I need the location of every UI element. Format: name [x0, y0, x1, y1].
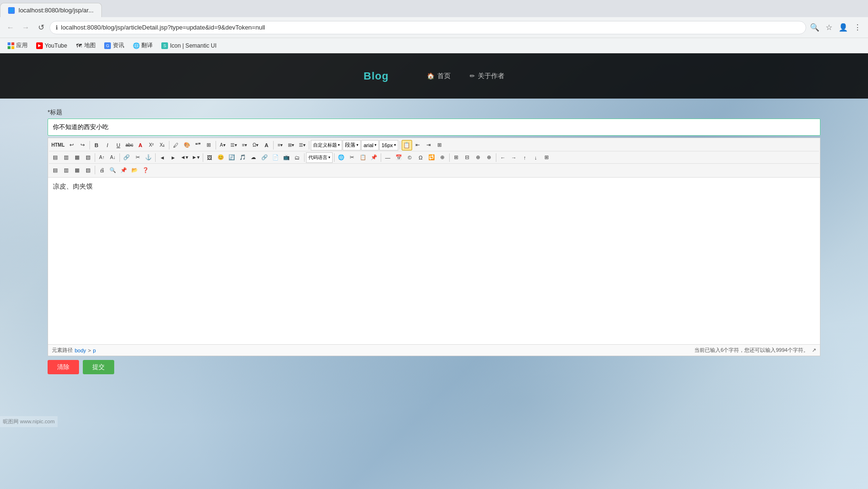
tb-aligncenter-btn[interactable]: ▥ [61, 152, 71, 163]
tb-bold-btn[interactable]: B [91, 140, 102, 150]
forward-button[interactable]: → [19, 21, 32, 34]
tb-repeat-btn[interactable]: 🔁 [426, 152, 437, 163]
bookmark-news[interactable]: G 资讯 [100, 40, 128, 51]
tb-italic-btn[interactable]: I [102, 140, 113, 150]
tb-customtitle-select[interactable]: 自定义标题▾ [311, 140, 342, 150]
tb-merge-btn[interactable]: ⊞ [542, 152, 552, 163]
tb-audio-btn[interactable]: 🎵 [237, 152, 248, 163]
tb-char-btn[interactable]: A [261, 140, 272, 150]
tb-paste-btn[interactable]: 📋 [402, 140, 412, 150]
account-icon-btn[interactable]: 👤 [837, 21, 850, 34]
search-icon-btn[interactable]: 🔍 [808, 21, 821, 34]
statusbar-path-p[interactable]: p [93, 348, 96, 353]
tb-up-btn[interactable]: ↑ [520, 152, 530, 163]
tb-video-btn[interactable]: 📺 [281, 152, 292, 163]
tb-special-btn[interactable]: Ω▾ [250, 140, 261, 150]
tb-alignright-btn[interactable]: ▦ [72, 152, 82, 163]
tb-copyright-btn[interactable]: © [404, 152, 415, 163]
tb-print-btn[interactable]: 🖨 [97, 165, 107, 175]
tb-font-select[interactable]: arial▾ [361, 140, 379, 150]
tb-prev-btn[interactable]: ← [498, 152, 508, 163]
tb-image-btn[interactable]: 🖼 [205, 152, 215, 163]
tb-justify-btn[interactable]: ▧ [83, 152, 93, 163]
tb-anchor-btn[interactable]: ⚓ [143, 152, 154, 163]
tb-moveright-btn[interactable]: ►▾ [190, 152, 201, 163]
tb-lineheight-btn[interactable]: ☰▾ [228, 140, 239, 150]
back-button[interactable]: ← [4, 21, 17, 34]
tb-special2-btn[interactable]: Ω [415, 152, 426, 163]
tb-date-btn[interactable]: 📅 [394, 152, 404, 163]
tb-indent2-btn[interactable]: ⇥ [424, 140, 434, 150]
tb-next-btn[interactable]: → [509, 152, 519, 163]
tb-align-btn[interactable]: ≡▾ [275, 140, 286, 150]
tb-fontsize-btn[interactable]: A▾ [217, 140, 228, 150]
tb-indent-btn[interactable]: ⊞▾ [286, 140, 296, 150]
tb-paste2-btn[interactable]: 📌 [369, 152, 379, 163]
resize-handle[interactable]: ↗ [812, 347, 816, 353]
tb-increasefont-btn[interactable]: A↑ [97, 152, 107, 163]
tb-redo-btn[interactable]: ↪ [78, 140, 88, 150]
tb-media-btn[interactable]: 🔄 [227, 152, 237, 163]
tb-paragraph-select[interactable]: 段落▾ [343, 140, 361, 150]
tb-moveleft-btn[interactable]: ◄▾ [179, 152, 190, 163]
tb-pin-btn[interactable]: 📌 [118, 165, 129, 175]
editor-body[interactable]: 凉皮、肉夹馍 [48, 178, 820, 344]
tb-template-btn[interactable]: 🌐 [336, 152, 346, 163]
tb-bgcolor-btn[interactable]: 🎨 [182, 140, 192, 150]
tb-find-btn[interactable]: 🔍 [108, 165, 118, 175]
tb-subscript-btn[interactable]: X₂ [157, 140, 168, 150]
tb-blockquote-btn[interactable]: ❝❞ [193, 140, 203, 150]
tb-format4-btn[interactable]: ▧ [83, 165, 93, 175]
menu-icon-btn[interactable]: ⋮ [851, 21, 864, 34]
tb-down-btn[interactable]: ↓ [531, 152, 541, 163]
tb-decreasefont-btn[interactable]: A↓ [108, 152, 118, 163]
tb-html-btn[interactable]: HTML [50, 140, 66, 150]
bookmark-semantic[interactable]: S Icon | Semantic UI [158, 40, 220, 51]
tb-format-btn[interactable]: ☰▾ [297, 140, 307, 150]
tb-help-btn[interactable]: ❓ [140, 165, 151, 175]
tb-addcol-btn[interactable]: ⊕ [484, 152, 494, 163]
tb-fontsize-select[interactable]: 16px▾ [379, 140, 398, 150]
tb-highlight-btn[interactable]: 🖊 [171, 140, 181, 150]
bookmark-maps[interactable]: 🗺 地图 [72, 40, 99, 51]
tb-list-btn[interactable]: ≡▾ [239, 140, 250, 150]
title-input[interactable] [48, 119, 820, 136]
tb-superscript-btn[interactable]: X² [146, 140, 157, 150]
tb-outdent-btn[interactable]: ⇤ [413, 140, 423, 150]
tb-alignleft-btn[interactable]: ▤ [50, 152, 60, 163]
tb-format2-btn[interactable]: ▥ [61, 165, 71, 175]
bookmark-youtube[interactable]: ▶ YouTube [32, 40, 71, 51]
tb-unlink-btn[interactable]: ✂ [132, 152, 143, 163]
clear-button[interactable]: 清除 [48, 360, 79, 374]
address-bar[interactable]: ℹ localhost:8080/blog/jsp/articleDetail.… [49, 21, 806, 34]
tb-doc-btn[interactable]: 📄 [270, 152, 281, 163]
tb-link-btn[interactable]: 🔗 [121, 152, 132, 163]
bookmark-icon-btn[interactable]: ☆ [822, 21, 836, 34]
tb-folder-btn[interactable]: 📂 [129, 165, 140, 175]
tb-emoji-btn[interactable]: 😊 [216, 152, 226, 163]
tb-moveup-btn[interactable]: ◄ [157, 152, 168, 163]
tb-cut-btn[interactable]: ✂ [347, 152, 357, 163]
tb-codelang-select[interactable]: 代码语言▾ [306, 152, 333, 163]
tb-undo-btn[interactable]: ↩ [67, 140, 77, 150]
active-tab[interactable]: 🌐 localhost:8080/blog/jsp/ar... [0, 3, 102, 17]
reload-button[interactable]: ↺ [34, 21, 48, 34]
tb-strikethrough-btn[interactable]: abc [124, 140, 135, 150]
tb-fontcolor-btn[interactable]: A [135, 140, 146, 150]
tb-cloud-btn[interactable]: ☁ [248, 152, 259, 163]
tb-table-btn[interactable]: ⊞ [451, 152, 462, 163]
submit-button[interactable]: 提交 [83, 360, 114, 374]
nav-about-link[interactable]: ✏ 关于作者 [470, 72, 504, 80]
tb-format1-btn[interactable]: ▤ [50, 165, 60, 175]
tb-hyperlink-btn[interactable]: 🔗 [259, 152, 270, 163]
tb-insert-btn[interactable]: ⊞ [204, 140, 214, 150]
tb-deltable-btn[interactable]: ⊟ [462, 152, 473, 163]
tb-hr-btn[interactable]: — [383, 152, 393, 163]
bookmark-translate[interactable]: 🌐 翻译 [129, 40, 157, 51]
tb-underline-btn[interactable]: U [113, 140, 124, 150]
statusbar-path-body[interactable]: body [75, 348, 86, 353]
tb-fullscreen-btn[interactable]: ⊞ [434, 140, 445, 150]
tb-plus-btn[interactable]: ⊕ [437, 152, 448, 163]
tb-file-btn[interactable]: 🗂 [292, 152, 303, 163]
bookmark-apps[interactable]: 应用 [4, 40, 31, 51]
